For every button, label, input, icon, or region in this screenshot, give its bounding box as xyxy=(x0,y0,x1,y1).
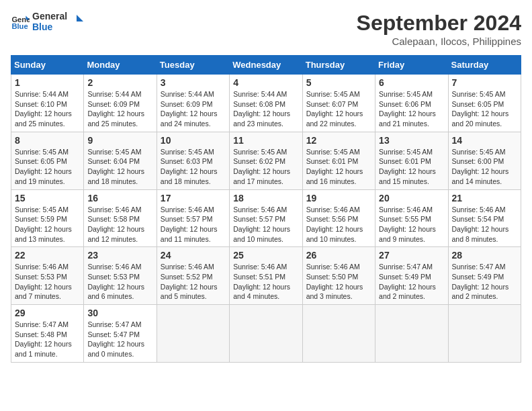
week-row-5: 29 Sunrise: 5:47 AMSunset: 5:48 PMDaylig… xyxy=(11,305,521,363)
day-cell-15: 15 Sunrise: 5:45 AMSunset: 5:59 PMDaylig… xyxy=(11,189,84,247)
day-cell-2: 2 Sunrise: 5:44 AMSunset: 6:09 PMDayligh… xyxy=(84,75,157,132)
day-cell-27: 27 Sunrise: 5:47 AMSunset: 5:49 PMDaylig… xyxy=(375,247,448,305)
title-block: September 2024 Calepaan, Ilocos, Philipp… xyxy=(357,11,521,47)
day-cell-14: 14 Sunrise: 5:45 AMSunset: 6:00 PMDaylig… xyxy=(448,132,521,189)
day-cell-9: 9 Sunrise: 5:45 AMSunset: 6:04 PMDayligh… xyxy=(84,132,157,189)
day-cell-23: 23 Sunrise: 5:46 AMSunset: 5:53 PMDaylig… xyxy=(84,247,157,305)
calendar-table: Sunday Monday Tuesday Wednesday Thursday… xyxy=(11,55,521,363)
day-cell-10: 10 Sunrise: 5:45 AMSunset: 6:03 PMDaylig… xyxy=(157,132,229,189)
week-row-3: 15 Sunrise: 5:45 AMSunset: 5:59 PMDaylig… xyxy=(11,189,521,247)
empty-cell xyxy=(302,305,375,363)
logo: General Blue General Blue xyxy=(11,11,83,32)
day-cell-26: 26 Sunrise: 5:46 AMSunset: 5:50 PMDaylig… xyxy=(302,247,375,305)
logo-arrow-icon xyxy=(70,15,83,28)
week-row-1: 1 Sunrise: 5:44 AMSunset: 6:10 PMDayligh… xyxy=(11,75,521,132)
location: Calepaan, Ilocos, Philippines xyxy=(357,36,521,47)
day-cell-17: 17 Sunrise: 5:46 AMSunset: 5:57 PMDaylig… xyxy=(157,189,229,247)
empty-cell xyxy=(157,305,229,363)
col-thursday: Thursday xyxy=(302,56,375,75)
logo-blue: Blue xyxy=(32,21,67,32)
empty-cell xyxy=(375,305,448,363)
col-saturday: Saturday xyxy=(448,56,521,75)
day-cell-6: 6 Sunrise: 5:45 AMSunset: 6:06 PMDayligh… xyxy=(375,75,448,132)
day-cell-29: 29 Sunrise: 5:47 AMSunset: 5:48 PMDaylig… xyxy=(11,305,84,363)
col-wednesday: Wednesday xyxy=(230,56,302,75)
day-cell-5: 5 Sunrise: 5:45 AMSunset: 6:07 PMDayligh… xyxy=(302,75,375,132)
day-cell-18: 18 Sunrise: 5:46 AMSunset: 5:57 PMDaylig… xyxy=(230,189,302,247)
day-cell-11: 11 Sunrise: 5:45 AMSunset: 6:02 PMDaylig… xyxy=(230,132,302,189)
day-cell-25: 25 Sunrise: 5:46 AMSunset: 5:51 PMDaylig… xyxy=(230,247,302,305)
col-tuesday: Tuesday xyxy=(157,56,229,75)
day-cell-20: 20 Sunrise: 5:46 AMSunset: 5:55 PMDaylig… xyxy=(375,189,448,247)
day-cell-8: 8 Sunrise: 5:45 AMSunset: 6:05 PMDayligh… xyxy=(11,132,84,189)
week-row-2: 8 Sunrise: 5:45 AMSunset: 6:05 PMDayligh… xyxy=(11,132,521,189)
day-cell-7: 7 Sunrise: 5:45 AMSunset: 6:05 PMDayligh… xyxy=(448,75,521,132)
col-monday: Monday xyxy=(84,56,157,75)
day-cell-13: 13 Sunrise: 5:45 AMSunset: 6:01 PMDaylig… xyxy=(375,132,448,189)
day-cell-3: 3 Sunrise: 5:44 AMSunset: 6:09 PMDayligh… xyxy=(157,75,229,132)
svg-marker-3 xyxy=(77,15,83,21)
day-cell-4: 4 Sunrise: 5:44 AMSunset: 6:08 PMDayligh… xyxy=(230,75,302,132)
day-cell-24: 24 Sunrise: 5:46 AMSunset: 5:52 PMDaylig… xyxy=(157,247,229,305)
day-cell-16: 16 Sunrise: 5:46 AMSunset: 5:58 PMDaylig… xyxy=(84,189,157,247)
col-friday: Friday xyxy=(375,56,448,75)
day-cell-19: 19 Sunrise: 5:46 AMSunset: 5:56 PMDaylig… xyxy=(302,189,375,247)
day-cell-12: 12 Sunrise: 5:45 AMSunset: 6:01 PMDaylig… xyxy=(302,132,375,189)
day-cell-30: 30 Sunrise: 5:47 AMSunset: 5:47 PMDaylig… xyxy=(84,305,157,363)
logo-icon: General Blue xyxy=(11,12,30,31)
week-row-4: 22 Sunrise: 5:46 AMSunset: 5:53 PMDaylig… xyxy=(11,247,521,305)
header-row: Sunday Monday Tuesday Wednesday Thursday… xyxy=(11,56,521,75)
day-cell-22: 22 Sunrise: 5:46 AMSunset: 5:53 PMDaylig… xyxy=(11,247,84,305)
day-cell-1: 1 Sunrise: 5:44 AMSunset: 6:10 PMDayligh… xyxy=(11,75,84,132)
empty-cell xyxy=(230,305,302,363)
day-cell-21: 21 Sunrise: 5:46 AMSunset: 5:54 PMDaylig… xyxy=(448,189,521,247)
empty-cell xyxy=(448,305,521,363)
day-cell-28: 28 Sunrise: 5:47 AMSunset: 5:49 PMDaylig… xyxy=(448,247,521,305)
page-header: General Blue General Blue September 2024… xyxy=(11,11,521,47)
svg-text:Blue: Blue xyxy=(11,22,28,30)
month-title: September 2024 xyxy=(357,11,521,36)
col-sunday: Sunday xyxy=(11,56,84,75)
logo-general: General xyxy=(32,11,67,21)
